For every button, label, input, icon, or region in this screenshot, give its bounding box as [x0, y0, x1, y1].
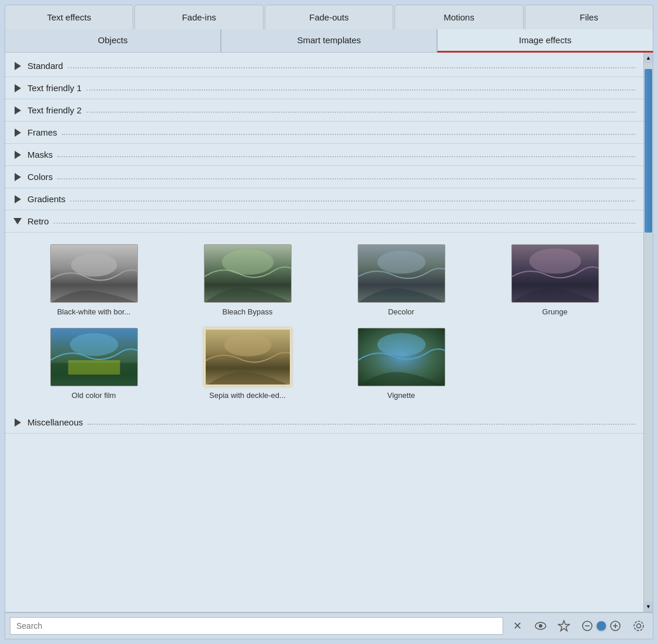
label-decolor: Decolor	[388, 307, 414, 316]
thumb-grunge	[511, 244, 599, 303]
category-retro[interactable]: Retro	[5, 210, 643, 233]
eye-icon	[534, 619, 547, 632]
scrollbar-thumb-area	[644, 63, 653, 601]
retro-effects-grid: Black-white with bor... Bleach Bypass	[5, 233, 643, 411]
category-frames[interactable]: Frames	[5, 122, 643, 144]
label-bleach-bypass: Bleach Bypass	[223, 307, 273, 316]
preview-button[interactable]	[531, 617, 550, 635]
zoom-plus-button[interactable]	[606, 617, 625, 635]
tab-row-top: Text effects Fade-ins Fade-outs Motions …	[5, 5, 653, 29]
svg-point-10	[539, 624, 542, 628]
dots-masks	[57, 153, 635, 157]
scroll-arrow-down[interactable]: ▼	[644, 601, 653, 612]
svg-point-17	[637, 624, 641, 628]
favorite-button[interactable]	[555, 617, 573, 635]
svg-point-2	[377, 251, 425, 273]
dots-tf1	[86, 86, 635, 91]
category-masks[interactable]: Masks	[5, 144, 643, 166]
arrow-frames-icon	[13, 129, 22, 137]
effect-bw-border[interactable]: Black-white with bor...	[23, 244, 165, 316]
thumb-vignette	[358, 328, 445, 386]
svg-marker-11	[559, 621, 570, 631]
svg-point-3	[529, 248, 581, 273]
effect-decolor[interactable]: Decolor	[330, 244, 472, 316]
label-grunge: Grunge	[542, 307, 567, 316]
content-area: Standard Text friendly 1 Text friendly 2	[5, 53, 653, 612]
clear-search-button[interactable]: ✕	[508, 617, 527, 635]
label-vignette: Vignette	[387, 391, 415, 400]
label-old-color-film: Old color film	[72, 391, 116, 400]
label-sepia-deckle: Sepia with deckle-ed...	[209, 391, 286, 400]
category-miscellaneous[interactable]: Miscellaneous	[5, 411, 643, 434]
bottom-bar: ✕	[5, 612, 653, 639]
zoom-slider-thumb[interactable]	[597, 621, 606, 631]
search-input[interactable]	[10, 617, 503, 635]
category-colors[interactable]: Colors	[5, 166, 643, 188]
category-text-friendly-2[interactable]: Text friendly 2	[5, 99, 643, 122]
svg-rect-6	[68, 360, 120, 375]
star-icon	[557, 619, 570, 632]
scroll-arrow-up[interactable]: ▲	[644, 53, 653, 63]
tab-row-second: Objects Smart templates Image effects	[5, 29, 653, 53]
zoom-minus-icon	[581, 619, 594, 632]
svg-point-8	[377, 333, 425, 356]
gear-icon	[632, 619, 645, 632]
category-standard-label: Standard	[27, 61, 63, 71]
category-masks-label: Masks	[27, 150, 53, 160]
arrow-standard-icon	[13, 62, 22, 70]
svg-point-18	[634, 621, 643, 631]
thumb-bleach-bypass	[204, 244, 292, 303]
tab-fade-outs[interactable]: Fade-outs	[265, 5, 393, 29]
category-text-friendly-1[interactable]: Text friendly 1	[5, 77, 643, 99]
arrow-retro-icon	[13, 217, 22, 226]
settings-button[interactable]	[629, 617, 648, 635]
tab-files[interactable]: Files	[525, 5, 653, 29]
dots-tf2	[86, 108, 635, 113]
tab-objects[interactable]: Objects	[5, 29, 221, 53]
zoom-plus-icon	[609, 619, 622, 632]
close-icon: ✕	[513, 619, 522, 632]
tab-smart-templates[interactable]: Smart templates	[221, 29, 437, 53]
arrow-masks-icon	[13, 151, 22, 159]
effect-grunge[interactable]: Grunge	[484, 244, 626, 316]
dots-misc	[88, 420, 635, 425]
arrow-misc-icon	[13, 418, 22, 427]
effect-vignette[interactable]: Vignette	[330, 328, 472, 400]
thumb-bw-border	[50, 244, 138, 303]
main-container: Text effects Fade-ins Fade-outs Motions …	[0, 0, 658, 644]
tab-fade-ins[interactable]: Fade-ins	[134, 5, 263, 29]
thumb-sepia-deckle	[204, 328, 292, 386]
category-retro-label: Retro	[27, 216, 49, 226]
category-standard[interactable]: Standard	[5, 55, 643, 77]
dots-standard	[68, 64, 635, 68]
svg-point-7	[224, 334, 271, 356]
category-gradients[interactable]: Gradients	[5, 188, 643, 210]
scroll-content[interactable]: Standard Text friendly 1 Text friendly 2	[5, 53, 643, 612]
tab-motions[interactable]: Motions	[394, 5, 523, 29]
zoom-minus-button[interactable]	[578, 617, 597, 635]
dots-gradients	[70, 197, 635, 202]
tab-image-effects[interactable]: Image effects	[437, 29, 653, 53]
category-frames-label: Frames	[27, 127, 57, 137]
category-gradients-label: Gradients	[27, 194, 65, 204]
arrow-tf2-icon	[13, 106, 22, 115]
category-tf2-label: Text friendly 2	[27, 105, 82, 115]
category-colors-label: Colors	[27, 172, 53, 182]
category-misc-label: Miscellaneous	[27, 417, 83, 427]
tab-text-effects[interactable]: Text effects	[5, 5, 133, 29]
thumb-old-color-film	[50, 328, 138, 386]
arrow-gradients-icon	[13, 195, 22, 203]
arrow-colors-icon	[13, 173, 22, 181]
dots-retro	[54, 219, 635, 224]
svg-point-0	[71, 254, 117, 276]
scrollbar-thumb[interactable]	[645, 69, 652, 233]
svg-point-1	[221, 250, 273, 275]
effect-sepia-deckle[interactable]: Sepia with deckle-ed...	[176, 328, 318, 400]
dots-frames	[62, 130, 635, 135]
thumb-decolor	[358, 244, 445, 303]
effect-old-color-film[interactable]: Old color film	[23, 328, 165, 400]
dots-colors	[57, 175, 635, 179]
effect-bleach-bypass[interactable]: Bleach Bypass	[176, 244, 318, 316]
scrollbar-track[interactable]: ▲ ▼	[643, 53, 653, 612]
label-bw-border: Black-white with bor...	[57, 307, 131, 316]
